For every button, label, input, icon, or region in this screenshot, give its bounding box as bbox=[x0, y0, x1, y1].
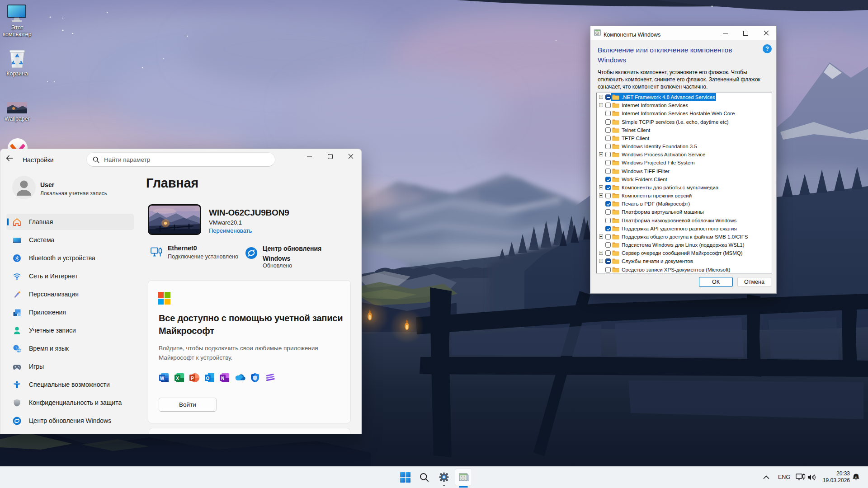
svg-text:N: N bbox=[221, 376, 224, 381]
svg-text:W: W bbox=[160, 376, 165, 381]
svg-text:P: P bbox=[191, 376, 194, 381]
svg-text:O: O bbox=[206, 376, 209, 381]
svg-text:X: X bbox=[176, 376, 179, 381]
